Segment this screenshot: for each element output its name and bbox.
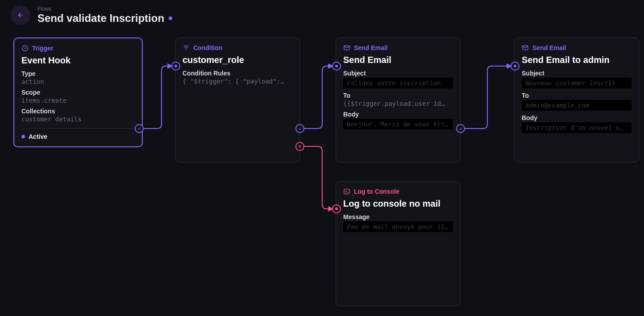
node-type-label: Send Email xyxy=(522,44,632,51)
arrow-left-icon xyxy=(17,12,24,19)
field-label: Type xyxy=(21,70,135,77)
divider xyxy=(21,128,135,129)
mail-icon xyxy=(522,44,529,51)
node-title: Send Email to admin xyxy=(522,55,632,65)
node-title: Log to console no mail xyxy=(343,199,453,209)
field-label: To xyxy=(522,92,632,99)
port-target[interactable] xyxy=(332,62,341,71)
node-type-label: Log to Console xyxy=(343,188,453,195)
status-indicator-icon xyxy=(169,17,172,20)
check-icon xyxy=(137,126,141,131)
node-log-console[interactable]: Log to Console Log to console no mail Me… xyxy=(336,181,461,306)
node-title: customer_role xyxy=(183,55,292,65)
node-title: Send Email xyxy=(343,55,453,65)
field-label: Message xyxy=(343,213,453,220)
field-value: {{$trigger.payload.user_id… xyxy=(343,100,453,107)
field-label: Body xyxy=(522,114,632,121)
field-value: admin@example.com xyxy=(522,100,632,111)
field-label: Collections xyxy=(21,108,135,115)
port-resolve[interactable] xyxy=(456,124,465,133)
filter-icon xyxy=(183,44,190,51)
status-badge: Active xyxy=(21,133,135,140)
node-trigger[interactable]: Trigger Event Hook Type action Scope ite… xyxy=(13,37,143,147)
field-label: Subject xyxy=(522,70,632,77)
status-dot-icon xyxy=(21,135,25,138)
node-type-label: Trigger xyxy=(21,45,135,52)
field-value: Inscription d'un nouvel u… xyxy=(522,122,632,133)
field-value: Nouveau customer inscrit xyxy=(522,78,632,88)
field-value: items.create xyxy=(21,97,135,104)
port-resolve[interactable] xyxy=(295,124,304,133)
port-target[interactable] xyxy=(171,62,180,71)
port-reject[interactable] xyxy=(295,142,304,151)
field-label: Subject xyxy=(343,70,453,77)
flow-canvas[interactable]: Trigger Event Hook Type action Scope ite… xyxy=(0,25,644,315)
port-resolve[interactable] xyxy=(135,124,144,133)
field-value: Validez votre inscription xyxy=(343,78,453,88)
bolt-icon xyxy=(21,45,29,52)
terminal-icon xyxy=(343,188,350,195)
node-title: Event Hook xyxy=(21,55,135,66)
back-button[interactable] xyxy=(11,5,30,25)
field-label: To xyxy=(343,92,453,99)
check-icon xyxy=(458,126,463,131)
field-value: customer_details xyxy=(21,116,135,123)
breadcrumb[interactable]: Flows xyxy=(37,6,172,12)
field-value: Pas de mail envoyé pour {{… xyxy=(343,221,453,232)
port-target[interactable] xyxy=(332,204,341,213)
page-title: Send validate Inscription xyxy=(37,12,172,25)
mail-icon xyxy=(343,44,350,51)
node-type-label: Send Email xyxy=(343,44,453,51)
field-label: Condition Rules xyxy=(183,70,292,77)
close-icon xyxy=(298,144,302,149)
node-condition[interactable]: Condition customer_role Condition Rules … xyxy=(175,37,300,162)
node-type-label: Condition xyxy=(183,44,292,51)
field-value: action xyxy=(21,78,135,85)
check-icon xyxy=(298,126,302,131)
field-value: Bonjour, Merci de vous êtr… xyxy=(343,119,453,129)
node-send-email-admin[interactable]: Send Email Send Email to admin Subject N… xyxy=(514,37,639,162)
node-send-email[interactable]: Send Email Send Email Subject Validez vo… xyxy=(336,37,461,162)
field-value: { "$trigger": { "payload":… xyxy=(183,78,292,85)
field-label: Body xyxy=(343,111,453,118)
port-target[interactable] xyxy=(511,62,519,71)
field-label: Scope xyxy=(21,89,135,96)
